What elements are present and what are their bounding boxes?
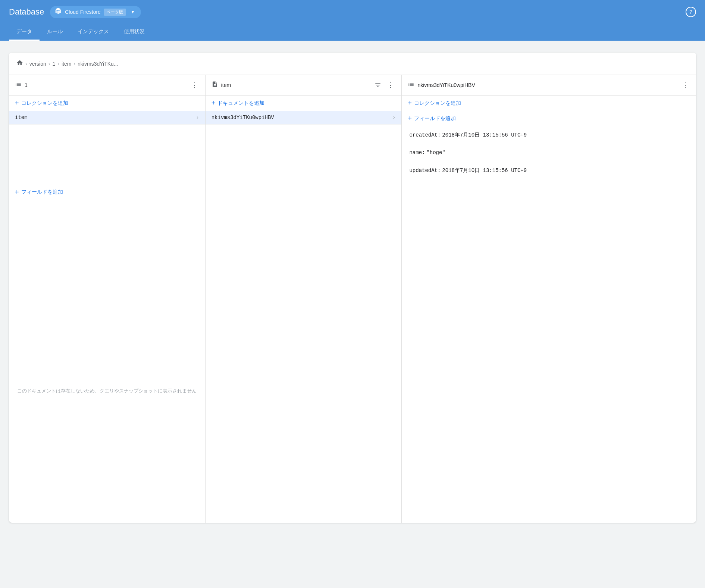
app-header: Database Cloud Firestore ベータ版 ▼ ? (0, 0, 705, 24)
col1-header-left: 1 (15, 81, 28, 89)
column-2: item ⋮ + ドキュメントを追加 (206, 75, 402, 523)
field-updatedAt-key: updatedAt: (409, 168, 441, 173)
col3-add-collection-plus-icon: + (408, 99, 412, 107)
col1-footer-space (9, 403, 205, 523)
tab-indexes[interactable]: インデックス (70, 24, 116, 41)
column-3: nkivms3dYiTKu0wpiHBV ⋮ + コレクションを追加 + フィー… (402, 75, 696, 523)
field-createdAt: createdAt: 2018年7月10日 13:15:56 UTC+9 (402, 126, 696, 144)
breadcrumb-sep-3: › (57, 61, 59, 67)
col1-item-item[interactable]: item › (9, 111, 205, 125)
col3-add-field-plus-icon: + (408, 115, 412, 122)
col1-add-field-button[interactable]: + フィールドを追加 (9, 185, 205, 200)
col3-add-collection-button[interactable]: + コレクションを追加 (402, 96, 696, 111)
col3-actions: ⋮ (680, 79, 690, 91)
col2-more-button[interactable]: ⋮ (386, 79, 395, 91)
col2-header-left: item (212, 81, 231, 89)
col1-actions: ⋮ (189, 79, 199, 91)
col2-item-arrow: › (392, 115, 395, 121)
field-name-key: name: (409, 150, 425, 156)
breadcrumb-doc-id[interactable]: nkivms3dYiTKu... (78, 61, 118, 67)
col2-empty-space (206, 125, 402, 523)
col2-header: item ⋮ (206, 75, 402, 96)
breadcrumb-sep-2: › (48, 61, 50, 67)
col2-icon (212, 81, 218, 89)
firestore-panel: › version › 1 › item › nkivms3dYiTKu... (9, 53, 696, 523)
col1-title: 1 (25, 82, 28, 88)
firestore-icon (54, 7, 62, 17)
main-content: › version › 1 › item › nkivms3dYiTKu... (0, 41, 705, 535)
beta-badge: ベータ版 (104, 9, 126, 16)
col1-more-button[interactable]: ⋮ (189, 79, 199, 91)
breadcrumb-item[interactable]: item (62, 61, 71, 67)
breadcrumb-home[interactable] (16, 59, 23, 68)
breadcrumb: › version › 1 › item › nkivms3dYiTKu... (9, 53, 696, 75)
col2-filter-button[interactable] (373, 80, 383, 90)
col1-add-field-plus-icon: + (15, 188, 19, 196)
col1-item-label: item (15, 115, 28, 121)
field-createdAt-key: createdAt: (409, 132, 441, 138)
col3-add-field-button[interactable]: + フィールドを追加 (402, 111, 696, 126)
columns-container: 1 ⋮ + コレクションを追加 item › + フィー (9, 75, 696, 523)
col3-title: nkivms3dYiTKu0wpiHBV (417, 82, 475, 88)
col1-icon (15, 81, 22, 89)
tab-data[interactable]: データ (9, 24, 40, 41)
col3-header: nkivms3dYiTKu0wpiHBV ⋮ (402, 75, 696, 96)
col2-add-document-label: ドキュメントを追加 (217, 100, 264, 107)
col3-add-collection-label: コレクションを追加 (414, 100, 461, 107)
field-updatedAt: updatedAt: 2018年7月10日 13:15:56 UTC+9 (402, 162, 696, 179)
col2-add-document-button[interactable]: + ドキュメントを追加 (206, 96, 402, 111)
field-name-value: "hoge" (426, 150, 445, 156)
col3-icon (408, 81, 414, 89)
breadcrumb-sep-1: › (25, 61, 27, 67)
col1-empty-space (9, 125, 205, 185)
col1-item-arrow: › (196, 115, 199, 121)
service-dropdown-button[interactable]: ▼ (129, 8, 137, 16)
col3-header-left: nkivms3dYiTKu0wpiHBV (408, 81, 475, 89)
field-updatedAt-value: 2018年7月10日 13:15:56 UTC+9 (442, 168, 527, 173)
column-1: 1 ⋮ + コレクションを追加 item › + フィー (9, 75, 206, 523)
col1-add-collection-label: コレクションを追加 (21, 100, 68, 107)
col3-more-button[interactable]: ⋮ (680, 79, 690, 91)
col2-actions: ⋮ (373, 79, 395, 91)
col2-item-doc[interactable]: nkivms3dYiTKu0wpiHBV › (206, 111, 402, 125)
tab-usage[interactable]: 使用状況 (116, 24, 152, 41)
col1-add-plus-icon: + (15, 99, 19, 107)
col1-add-collection-button[interactable]: + コレクションを追加 (9, 96, 205, 111)
nav-tabs: データ ルール インデックス 使用状況 (0, 24, 705, 41)
col1-bottom-space (9, 200, 205, 380)
tab-rules[interactable]: ルール (40, 24, 70, 41)
header-left: Database Cloud Firestore ベータ版 ▼ (9, 6, 141, 18)
col2-item-label: nkivms3dYiTKu0wpiHBV (212, 115, 274, 121)
breadcrumb-version[interactable]: version (29, 61, 46, 67)
service-badge: Cloud Firestore ベータ版 ▼ (50, 6, 141, 18)
field-name: name: "hoge" (402, 144, 696, 161)
field-createdAt-value: 2018年7月10日 13:15:56 UTC+9 (442, 132, 527, 138)
col1-add-field-label: フィールドを追加 (21, 189, 63, 196)
breadcrumb-1[interactable]: 1 (52, 61, 55, 67)
help-button[interactable]: ? (686, 7, 696, 17)
col1-header: 1 ⋮ (9, 75, 205, 96)
service-name: Cloud Firestore (65, 9, 101, 15)
col1-doc-notice: このドキュメントは存在しないため、クエリやスナップショットに表示されません (9, 380, 205, 403)
app-title: Database (9, 7, 44, 17)
col3-empty-space (402, 179, 696, 523)
col2-title: item (221, 82, 231, 88)
col2-add-plus-icon: + (212, 99, 216, 107)
breadcrumb-sep-4: › (73, 61, 75, 67)
col3-add-field-label: フィールドを追加 (414, 115, 456, 122)
